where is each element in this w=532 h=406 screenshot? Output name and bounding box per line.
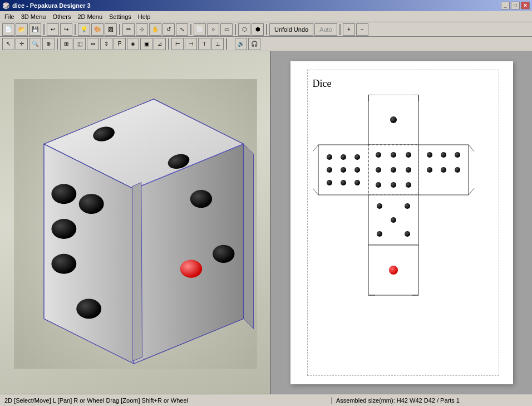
- svg-marker-16: [244, 144, 254, 329]
- rotate-button[interactable]: ↺: [162, 23, 175, 36]
- menu-3dmenu[interactable]: 3D Menu: [18, 12, 50, 21]
- zoom2-button[interactable]: 🔍: [29, 38, 41, 50]
- plane-button[interactable]: ▭: [220, 23, 233, 36]
- move-button[interactable]: ✋: [149, 23, 161, 36]
- zoom-in-button[interactable]: +: [343, 23, 355, 36]
- save-button[interactable]: 💾: [29, 23, 41, 36]
- 2d-view[interactable]: Dice: [271, 51, 532, 394]
- tool6[interactable]: ◈: [127, 38, 139, 50]
- zoom-out-button[interactable]: −: [356, 23, 368, 36]
- menu-others[interactable]: Others: [49, 12, 74, 21]
- svg-point-46: [441, 152, 446, 158]
- separator3: [119, 24, 120, 35]
- unfold-undo-button[interactable]: Unfold Undo: [269, 23, 313, 36]
- svg-point-23: [390, 116, 397, 123]
- svg-point-56: [405, 231, 410, 237]
- svg-point-32: [341, 180, 346, 185]
- solid-button[interactable]: ⬢: [252, 23, 264, 36]
- svg-point-33: [354, 180, 360, 185]
- menu-2dmenu[interactable]: 2D Menu: [74, 12, 106, 21]
- sphere-button[interactable]: ○: [207, 23, 219, 36]
- snap-button[interactable]: ◫: [73, 38, 86, 50]
- draw-button[interactable]: ✏: [122, 23, 135, 36]
- paper: Dice: [290, 61, 513, 384]
- status-left: 2D [Select/Move] L [Pan] R or Wheel Drag…: [0, 397, 332, 404]
- svg-point-26: [341, 154, 346, 160]
- app-icon: 🎲: [2, 2, 10, 9]
- magnet-button[interactable]: ⊕: [42, 38, 55, 50]
- toolbar2: ↖ ✛ 🔍 ⊕ ⊞ ◫ ⇔ ⇕ P ◈ ▣ ⊿ ⊢ ⊣ ⊤ ⊥ 🔊 🎧: [0, 37, 532, 51]
- tool5[interactable]: P: [114, 38, 126, 50]
- new-button[interactable]: 📄: [2, 23, 14, 36]
- die-net: [313, 95, 491, 362]
- paper-title: Dice: [313, 78, 332, 90]
- cube-button[interactable]: ⬜: [194, 23, 206, 36]
- svg-point-55: [377, 231, 382, 237]
- window-title: dice - Pepakura Designer 3: [12, 2, 91, 9]
- svg-point-37: [406, 152, 411, 158]
- svg-line-62: [313, 188, 318, 195]
- tool7[interactable]: ▣: [140, 38, 152, 50]
- svg-line-64: [469, 188, 474, 195]
- sep10: [226, 38, 227, 50]
- align-center[interactable]: ⊣: [185, 38, 197, 50]
- separator4: [190, 24, 191, 35]
- svg-point-45: [427, 152, 432, 158]
- separator5: [235, 24, 236, 35]
- svg-point-8: [51, 219, 76, 239]
- maximize-button[interactable]: □: [511, 2, 520, 9]
- svg-point-42: [391, 182, 396, 188]
- wire-button[interactable]: ⬡: [238, 23, 250, 36]
- select-button[interactable]: ⊹: [136, 23, 148, 36]
- minimize-button[interactable]: _: [501, 2, 510, 9]
- menu-file[interactable]: File: [1, 12, 18, 21]
- svg-point-13: [213, 245, 234, 263]
- separator6: [266, 24, 267, 35]
- svg-point-41: [376, 182, 381, 188]
- light-button[interactable]: 💡: [78, 23, 90, 36]
- dice-3d: [0, 79, 271, 369]
- mirror-button[interactable]: ⇕: [100, 38, 112, 50]
- svg-point-39: [391, 167, 396, 173]
- svg-point-43: [406, 182, 411, 188]
- pan-button[interactable]: ✛: [16, 38, 28, 50]
- svg-point-6: [51, 254, 76, 274]
- color-button[interactable]: 🎨: [91, 23, 104, 36]
- menu-settings[interactable]: Settings: [106, 12, 135, 21]
- svg-point-52: [377, 203, 382, 209]
- svg-point-25: [327, 154, 332, 160]
- close-button[interactable]: ✕: [521, 2, 530, 9]
- 3d-view[interactable]: [0, 51, 271, 394]
- svg-point-47: [455, 152, 460, 158]
- align-right[interactable]: ⊤: [198, 38, 210, 50]
- svg-point-35: [376, 152, 381, 158]
- redo-button[interactable]: ↪: [60, 23, 72, 36]
- scale-button[interactable]: ⤡: [176, 23, 188, 36]
- tool8[interactable]: ⊿: [154, 38, 166, 50]
- flip-button[interactable]: ⇔: [87, 38, 99, 50]
- align-left[interactable]: ⊢: [171, 38, 184, 50]
- titlebar-controls[interactable]: _ □ ✕: [501, 2, 530, 9]
- menu-help[interactable]: Help: [135, 12, 154, 21]
- svg-point-31: [327, 180, 332, 185]
- svg-point-54: [391, 217, 396, 223]
- svg-point-9: [79, 194, 104, 214]
- svg-line-61: [313, 145, 318, 151]
- separator2: [75, 24, 76, 35]
- sep9: [168, 38, 169, 50]
- speaker-button[interactable]: 🔊: [235, 38, 247, 50]
- svg-point-40: [406, 167, 411, 173]
- svg-point-28: [327, 167, 332, 173]
- distribute[interactable]: ⊥: [211, 38, 224, 50]
- svg-point-29: [341, 167, 346, 173]
- main-area: Dice: [0, 51, 532, 394]
- headphone-button[interactable]: 🎧: [248, 38, 260, 50]
- grid-button[interactable]: ⊞: [60, 38, 72, 50]
- svg-point-7: [76, 299, 101, 319]
- svg-point-36: [391, 152, 396, 158]
- select2-button[interactable]: ↖: [2, 38, 14, 50]
- auto-button[interactable]: Auto: [314, 23, 337, 36]
- open-button[interactable]: 📂: [16, 23, 28, 36]
- texture-button[interactable]: 🖼: [105, 23, 117, 36]
- undo-button[interactable]: ↩: [47, 23, 59, 36]
